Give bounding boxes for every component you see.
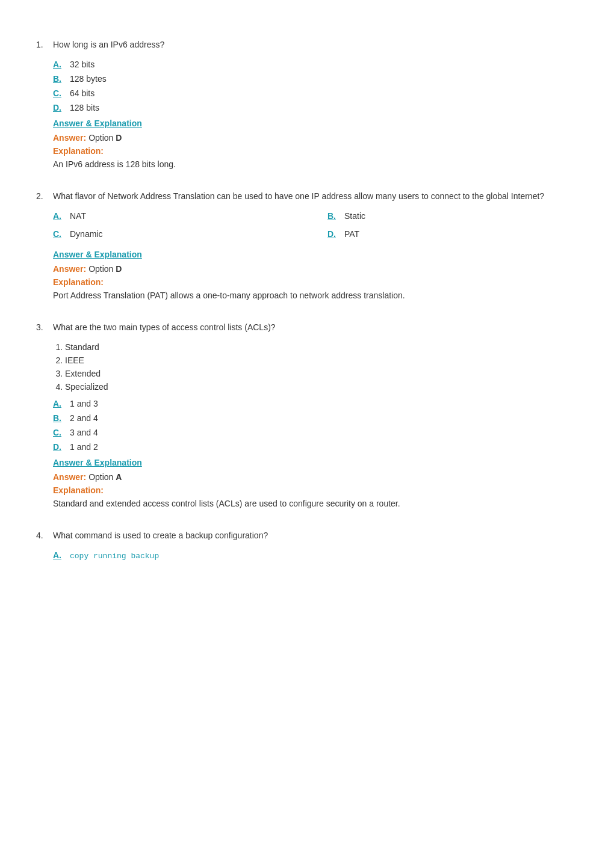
option-letter-3-1[interactable]: A. bbox=[53, 399, 70, 408]
answer-explanation-link-1[interactable]: Answer & Explanation bbox=[53, 119, 142, 128]
option-letter-3-2[interactable]: B. bbox=[53, 413, 70, 423]
option-text-1-3: 64 bits bbox=[70, 88, 95, 98]
question-number-2: 2. bbox=[36, 190, 53, 302]
option-row-2-2: B.Static bbox=[327, 211, 578, 221]
list-item-3-2: IEEE bbox=[65, 356, 578, 365]
option-letter-2-1[interactable]: A. bbox=[53, 211, 70, 221]
question-text-4: What command is used to create a backup … bbox=[53, 529, 578, 542]
option-letter-2-2[interactable]: B. bbox=[327, 211, 344, 221]
option-row-1-1: A.32 bits bbox=[53, 60, 578, 69]
explanation-label-2: Explanation: bbox=[53, 277, 578, 287]
option-row-1-4: D.128 bits bbox=[53, 103, 578, 112]
option-text-3-1: 1 and 3 bbox=[70, 399, 98, 408]
option-text-2-2: Static bbox=[344, 211, 365, 221]
option-row-2-1: A.NAT bbox=[53, 211, 303, 221]
option-text-1-1: 32 bits bbox=[70, 60, 95, 69]
option-row-1-2: B.128 bytes bbox=[53, 74, 578, 84]
option-row-2-3: C.Dynamic bbox=[53, 229, 303, 239]
answer-value-2: Option D bbox=[88, 264, 122, 274]
option-text-2-4: PAT bbox=[344, 229, 359, 239]
question-number-3: 3. bbox=[36, 321, 53, 510]
option-letter-3-3[interactable]: C. bbox=[53, 428, 70, 437]
answer-line-1: Answer: Option D bbox=[53, 133, 578, 143]
answer-line-3: Answer: Option A bbox=[53, 472, 578, 482]
option-text-4-1: copy running backup bbox=[70, 552, 159, 561]
question-block-1: 1.How long is an IPv6 address?A.32 bitsB… bbox=[36, 38, 578, 171]
question-text-2: What flavor of Network Address Translati… bbox=[53, 190, 578, 203]
option-text-3-4: 1 and 2 bbox=[70, 442, 98, 452]
list-item-3-4: Specialized bbox=[65, 382, 578, 392]
option-row-1-3: C.64 bits bbox=[53, 88, 578, 98]
option-text-2-3: Dynamic bbox=[70, 229, 102, 239]
option-row-3-4: D.1 and 2 bbox=[53, 442, 578, 452]
answer-line-2: Answer: Option D bbox=[53, 264, 578, 274]
option-letter-2-4[interactable]: D. bbox=[327, 229, 344, 239]
option-text-1-2: 128 bytes bbox=[70, 74, 107, 84]
question-block-2: 2.What flavor of Network Address Transla… bbox=[36, 190, 578, 302]
explanation-text-3: Standard and extended access control lis… bbox=[53, 497, 578, 510]
option-text-3-3: 3 and 4 bbox=[70, 428, 98, 437]
option-letter-1-2[interactable]: B. bbox=[53, 74, 70, 84]
question-block-3: 3.What are the two main types of access … bbox=[36, 321, 578, 510]
option-row-3-2: B.2 and 4 bbox=[53, 413, 578, 423]
explanation-text-2: Port Address Translation (PAT) allows a … bbox=[53, 289, 578, 302]
option-letter-4-1[interactable]: A. bbox=[53, 550, 70, 560]
question-text-1: How long is an IPv6 address? bbox=[53, 38, 578, 51]
answer-value-1: Option D bbox=[88, 133, 122, 143]
option-text-2-1: NAT bbox=[70, 211, 86, 221]
answer-explanation-link-2[interactable]: Answer & Explanation bbox=[53, 250, 142, 259]
option-row-3-1: A.1 and 3 bbox=[53, 399, 578, 408]
option-text-1-4: 128 bits bbox=[70, 103, 99, 112]
explanation-text-1: An IPv6 address is 128 bits long. bbox=[53, 158, 578, 171]
option-letter-1-1[interactable]: A. bbox=[53, 60, 70, 69]
answer-label-3: Answer: bbox=[53, 472, 88, 482]
explanation-label-3: Explanation: bbox=[53, 485, 578, 495]
question-number-4: 4. bbox=[36, 529, 53, 567]
answer-label-2: Answer: bbox=[53, 264, 88, 274]
answer-value-3: Option A bbox=[88, 472, 122, 482]
question-block-4: 4.What command is used to create a backu… bbox=[36, 529, 578, 567]
question-number-1: 1. bbox=[36, 38, 53, 171]
option-row-3-3: C.3 and 4 bbox=[53, 428, 578, 437]
question-text-3: What are the two main types of access co… bbox=[53, 321, 578, 334]
option-letter-1-4[interactable]: D. bbox=[53, 103, 70, 112]
option-text-3-2: 2 and 4 bbox=[70, 413, 98, 423]
option-row-2-4: D.PAT bbox=[327, 229, 578, 239]
answer-label-1: Answer: bbox=[53, 133, 88, 143]
explanation-label-1: Explanation: bbox=[53, 146, 578, 156]
answer-explanation-link-3[interactable]: Answer & Explanation bbox=[53, 458, 142, 467]
option-row-4-1: A.copy running backup bbox=[53, 550, 578, 561]
option-letter-3-4[interactable]: D. bbox=[53, 442, 70, 452]
option-letter-2-3[interactable]: C. bbox=[53, 229, 70, 239]
list-item-3-1: Standard bbox=[65, 342, 578, 352]
list-item-3-3: Extended bbox=[65, 369, 578, 378]
option-letter-1-3[interactable]: C. bbox=[53, 88, 70, 98]
